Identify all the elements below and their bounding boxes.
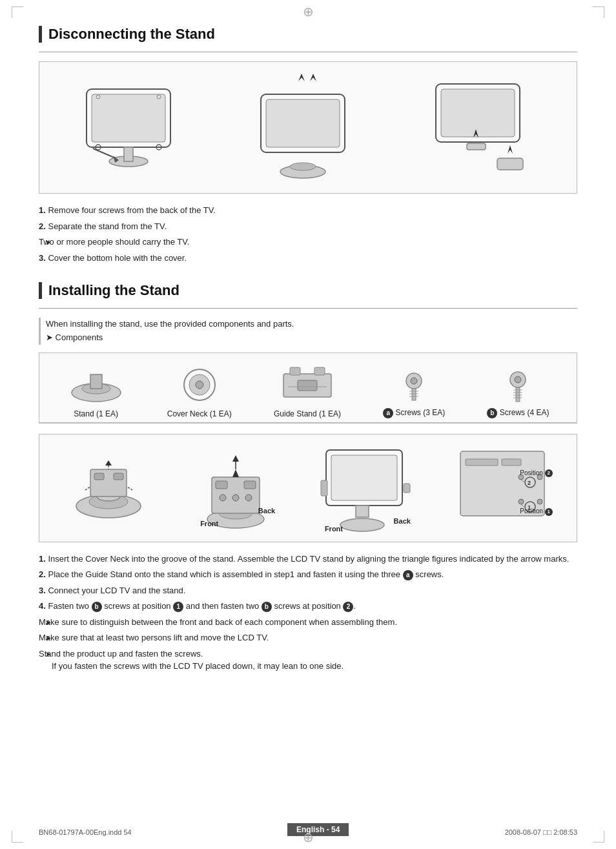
position1-icon: 1 <box>545 508 553 516</box>
svg-rect-71 <box>321 480 327 496</box>
svg-rect-72 <box>404 484 410 493</box>
svg-point-61 <box>220 495 226 501</box>
install-fig-1 <box>62 451 156 535</box>
svg-point-40 <box>515 376 521 383</box>
component-cover-neck: Cover Neck (1 EA) <box>167 365 232 418</box>
install-step-3: 3. Connect your LCD TV and the stand. <box>39 584 577 597</box>
svg-rect-31 <box>298 380 317 391</box>
svg-rect-50 <box>94 473 104 480</box>
svg-line-52 <box>85 487 90 490</box>
component-stand: Stand (1 EA) <box>67 365 125 418</box>
svg-marker-21 <box>508 145 513 156</box>
svg-rect-69 <box>356 506 369 517</box>
tv-svg-2 <box>254 88 361 181</box>
step-1-2-sub: Two or more people should carry the TV. <box>39 236 577 249</box>
svg-rect-30 <box>314 367 325 375</box>
tv-figure-2 <box>254 74 361 181</box>
svg-point-34 <box>411 378 417 384</box>
svg-point-70 <box>340 518 384 531</box>
disconnect-steps: 1. Remove four screws from the back of t… <box>39 204 577 264</box>
svg-text:2: 2 <box>528 480 531 486</box>
step-1-3: 3. Cover the bottom hole with the cover. <box>39 252 577 265</box>
back-label: Back <box>258 507 275 515</box>
svg-point-62 <box>232 495 239 501</box>
position2-icon: 2 <box>545 469 553 477</box>
install-fig-2: Back Front <box>194 451 278 535</box>
component-stand-label: Stand (1 EA) <box>74 409 118 418</box>
components-box: Stand (1 EA) Cover Neck (1 EA) <box>39 353 577 424</box>
install-step-4: 4. Fasten two b screws at position 1 and… <box>39 600 577 613</box>
svg-marker-11 <box>310 74 316 87</box>
pos2-ref: 2 <box>343 602 353 612</box>
screw-b-svg <box>492 371 544 403</box>
tv-figure-1 <box>80 77 187 178</box>
intro-text: When installing the stand, use the provi… <box>46 318 577 331</box>
circle-b-ref2: b <box>262 602 272 612</box>
svg-rect-29 <box>290 367 300 375</box>
circle-b-ref1: b <box>92 602 102 612</box>
front-label-2: Front <box>325 525 343 533</box>
svg-rect-13 <box>266 99 340 147</box>
svg-rect-1 <box>92 94 165 142</box>
svg-rect-60 <box>244 481 256 489</box>
svg-marker-66 <box>232 455 239 462</box>
install-sub-1: Make sure to distinguish between the fro… <box>39 616 577 629</box>
svg-marker-64 <box>232 469 239 477</box>
svg-rect-17 <box>441 89 515 137</box>
section2-title: Installing the Stand <box>39 282 577 299</box>
svg-rect-51 <box>114 473 123 480</box>
svg-rect-35 <box>412 389 416 400</box>
install-svg-1 <box>62 451 156 535</box>
stand-svg <box>67 365 125 404</box>
svg-point-63 <box>245 495 252 501</box>
install-sub-3: Stand the product up and fasten the scre… <box>39 648 577 673</box>
component-screws-b-label: b Screws (4 EA) <box>487 408 549 418</box>
component-guide-stand: Guide Stand (1 EA) <box>274 362 341 418</box>
install-svg-4: 2 1 <box>454 445 554 535</box>
svg-rect-41 <box>516 387 520 402</box>
install-step-1: 1. Insert the Cover Neck into the groove… <box>39 553 577 566</box>
svg-rect-20 <box>497 158 523 170</box>
footer-center: English - 54 <box>287 823 349 836</box>
back-label-2: Back <box>394 517 411 525</box>
component-screws-a: a Screws (3 EA) <box>383 371 445 418</box>
section1-divider <box>39 52 577 52</box>
corner-tr <box>593 6 604 18</box>
tv-svg-1 <box>80 77 187 178</box>
section2-intro: When installing the stand, use the provi… <box>39 318 577 345</box>
svg-rect-74 <box>466 459 498 465</box>
crosshair-top: ⊕ <box>303 4 314 19</box>
footer-right: 2008-08-07 □□ 2:08:53 <box>505 828 577 836</box>
corner-br <box>593 831 604 843</box>
section-installing: Installing the Stand When installing the… <box>39 282 577 673</box>
circle-a-ref: a <box>403 570 413 580</box>
install-steps: 1. Insert the Cover Neck into the groove… <box>39 553 577 673</box>
position1-label: Position 1 <box>520 507 552 515</box>
svg-rect-3 <box>124 147 133 161</box>
section1-title: Disconnecting the Stand <box>39 26 577 43</box>
svg-point-27 <box>196 381 203 389</box>
crosshair-bottom: ⊕ <box>303 830 314 845</box>
footer-left: BN68-01797A-00Eng.indd 54 <box>39 828 132 836</box>
step-1-2: 2. Separate the stand from the TV. <box>39 220 577 233</box>
section2-divider <box>39 308 577 309</box>
step-1-1: 1. Remove four screws from the back of t… <box>39 204 577 217</box>
install-step-2: 2. Place the Guide Stand onto the stand … <box>39 568 577 581</box>
circle-b: b <box>487 408 497 418</box>
page: ⊕ Disconnecting the Stand <box>0 0 616 849</box>
front-label-1: Front <box>200 520 218 527</box>
components-row: Stand (1 EA) Cover Neck (1 EA) <box>39 353 577 423</box>
circle-a: a <box>383 408 393 418</box>
screw-a-svg <box>398 371 430 403</box>
component-screws-b: b Screws (4 EA) <box>487 371 549 418</box>
install-sub-3-continued: If you fasten the screws with the LCD TV… <box>39 660 344 673</box>
component-cover-neck-label: Cover Neck (1 EA) <box>167 409 232 418</box>
components-label: ➤ Components <box>46 331 577 345</box>
tv-svg-3 <box>429 77 536 178</box>
svg-point-82 <box>518 499 524 504</box>
component-screws-a-label: a Screws (3 EA) <box>383 408 445 418</box>
english-badge: English - 54 <box>287 823 349 836</box>
svg-rect-24 <box>90 374 102 389</box>
svg-rect-18 <box>467 143 486 150</box>
svg-line-4 <box>93 148 116 158</box>
